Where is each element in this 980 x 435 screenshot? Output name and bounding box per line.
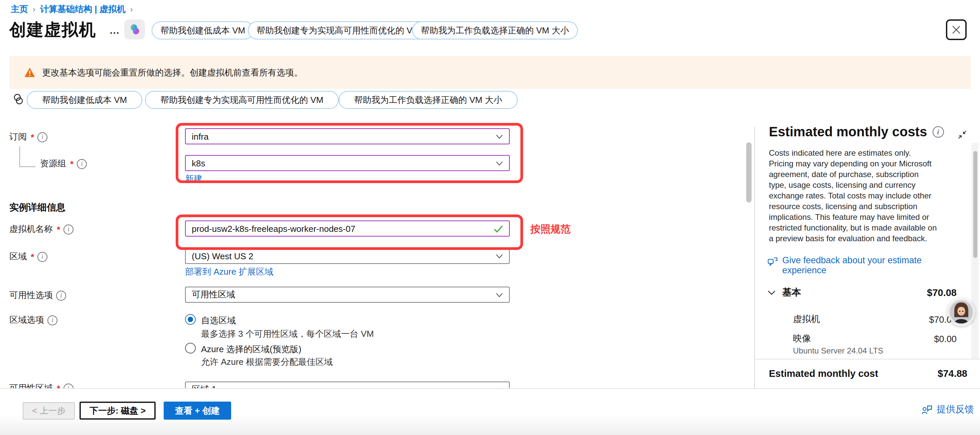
chevron-down-icon (496, 134, 503, 139)
cost-row-image-sublabel: Ubuntu Server 24.04 LTS (793, 346, 883, 355)
create-vm-page: 主页 › 计算基础结构 | 虚拟机 › 创建虚拟机 ⋯ 帮助我创建低成本 (0, 0, 980, 435)
breadcrumb-separator: › (130, 5, 133, 14)
instance-details-section-title: 实例详细信息 (10, 202, 65, 214)
availability-options-value: 可用性区域 (192, 288, 235, 301)
region-dropdown[interactable]: (US) West US 2 (185, 248, 510, 264)
subscription-label: 订阅* i (10, 132, 48, 142)
cost-panel-title: Estimated monthly costs i (769, 124, 943, 140)
vm-name-field-wrap (185, 220, 510, 237)
chevron-down-icon (496, 253, 503, 258)
review-create-button[interactable]: 查看 + 创建 (164, 402, 231, 420)
vm-name-input[interactable] (192, 223, 494, 234)
assist-right-size-vm-button-2[interactable]: 帮助我为工作负载选择正确的 VM 大小 (339, 91, 517, 109)
chevron-down-icon (768, 290, 776, 295)
cost-row-image: 映像 $0.00 (793, 333, 957, 345)
feedback-person-icon (921, 404, 932, 415)
feedback-bubbles-icon (768, 257, 778, 267)
copilot-logo-icon (129, 23, 141, 35)
self-selected-zone-radio-label[interactable]: 自选区域 (201, 315, 236, 327)
resource-group-label: 资源组* i (40, 158, 87, 169)
info-icon[interactable]: i (77, 159, 87, 169)
info-icon[interactable]: i (37, 132, 48, 142)
previous-button[interactable]: < 上一步 (23, 402, 75, 420)
deploy-extended-zones-link[interactable]: 部署到 Azure 扩展区域 (185, 266, 273, 278)
azure-selected-zone-radio-label[interactable]: Azure 选择的区域(预览版) (201, 343, 301, 355)
content-scrollbar[interactable] (746, 142, 751, 202)
breadcrumb: 主页 › 计算基础结构 | 虚拟机 › (11, 3, 138, 15)
footer-bar: < 上一步 下一步: 磁盘 > 查看 + 创建 提供反馈 (0, 388, 980, 435)
avatar[interactable] (947, 298, 975, 326)
self-selected-zone-radio[interactable] (185, 314, 196, 325)
assist-right-size-vm-button[interactable]: 帮助我为工作负载选择正确的 VM 大小 (412, 21, 578, 40)
cost-total-row: Estimated monthly cost $74.88 (769, 368, 967, 379)
close-button[interactable] (946, 19, 967, 40)
assist-high-availability-vm-button[interactable]: 帮助我创建专为实现高可用性而优化的 VM (248, 21, 428, 40)
annotation-note: 按照规范 (530, 223, 571, 236)
resource-group-value: k8s (192, 158, 205, 168)
create-new-resource-group-link[interactable]: 新建 (185, 173, 202, 185)
panel-scrollbar[interactable] (973, 151, 977, 258)
breadcrumb-separator: › (33, 5, 35, 14)
resource-group-dropdown[interactable]: k8s (185, 155, 510, 171)
warning-icon (24, 67, 35, 78)
availability-options-dropdown[interactable]: 可用性区域 (185, 287, 510, 303)
zone-options-label: 区域选项 i (10, 315, 57, 325)
subscription-dropdown[interactable]: infra (185, 128, 510, 144)
warning-banner-text: 更改基本选项可能会重置所做的选择。创建虚拟机前查看所有选项。 (42, 67, 302, 78)
close-icon (952, 25, 961, 34)
cost-disclaimer-text: Costs indicated here are estimates only.… (769, 148, 937, 244)
valid-check-icon (494, 225, 503, 232)
assist-low-cost-vm-button-2[interactable]: 帮助我创建低成本 VM (27, 91, 142, 109)
copilot-outline-icon (13, 94, 24, 108)
warning-banner: 更改基本选项可能会重置所做的选择。创建虚拟机前查看所有选项。 (10, 56, 970, 89)
cost-total-divider (754, 359, 980, 360)
chevron-down-icon (496, 161, 503, 166)
next-disks-button[interactable]: 下一步: 磁盘 > (80, 402, 156, 420)
info-icon[interactable]: i (932, 126, 943, 138)
panel-divider (754, 127, 755, 388)
assist-low-cost-vm-button[interactable]: 帮助我创建低成本 VM (152, 21, 254, 40)
cost-group-row[interactable]: 基本 $70.08 (768, 287, 957, 299)
info-icon[interactable]: i (37, 252, 48, 261)
collapse-panel-icon[interactable] (957, 130, 967, 142)
azure-selected-zone-description: 允许 Azure 根据需要分配最佳区域 (201, 356, 332, 368)
cost-row-vm: 虚拟机 $70.08 (793, 313, 957, 325)
breadcrumb-vm-link[interactable]: 计算基础结构 | 虚拟机 (40, 3, 126, 15)
assist-high-availability-vm-button-2[interactable]: 帮助我创建专为实现高可用性而优化的 VM (145, 91, 339, 109)
tree-connector-horizontal (19, 166, 35, 167)
more-actions-button[interactable]: ⋯ (110, 27, 120, 39)
give-feedback-link[interactable]: 提供反馈 (921, 403, 974, 416)
chevron-down-icon (496, 292, 503, 297)
estimate-feedback-link[interactable]: Give feedback about your estimate experi… (768, 255, 926, 275)
breadcrumb-home-link[interactable]: 主页 (11, 3, 28, 15)
info-icon[interactable]: i (56, 290, 66, 300)
region-label: 区域* i (10, 251, 48, 262)
subscription-value: infra (192, 131, 209, 141)
copilot-button[interactable] (124, 19, 145, 40)
page-title: 创建虚拟机 (10, 19, 96, 41)
info-icon[interactable]: i (64, 224, 73, 234)
region-value: (US) West US 2 (192, 251, 253, 261)
self-selected-zone-description: 最多选择 3 个可用性区域，每个区域一台 VM (201, 328, 374, 340)
info-icon[interactable]: i (48, 315, 57, 325)
azure-selected-zone-radio[interactable] (185, 343, 196, 354)
tree-connector-vertical (19, 147, 20, 167)
vm-name-label: 虚拟机名称* i (10, 224, 73, 234)
availability-options-label: 可用性选项 i (10, 290, 66, 301)
